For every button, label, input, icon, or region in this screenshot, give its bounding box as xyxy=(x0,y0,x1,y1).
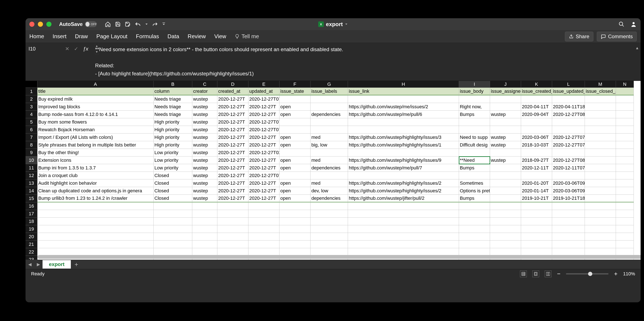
column-header-F[interactable]: F xyxy=(280,81,310,88)
cell[interactable]: Buy mom some flowers xyxy=(38,118,154,126)
cell[interactable] xyxy=(616,179,634,187)
cell[interactable] xyxy=(38,241,154,248)
sheet-nav-next[interactable]: ▶ xyxy=(34,262,42,267)
cell[interactable] xyxy=(192,233,217,241)
cell[interactable] xyxy=(585,241,616,248)
cell[interactable] xyxy=(490,233,521,241)
cell[interactable]: column xyxy=(154,88,192,95)
cell[interactable]: wustep xyxy=(192,111,217,118)
cell[interactable]: created_at xyxy=(217,88,248,95)
cell[interactable] xyxy=(348,149,459,157)
cell[interactable] xyxy=(248,241,280,248)
cell[interactable] xyxy=(348,241,459,248)
row-header-8[interactable]: 8 xyxy=(26,141,38,149)
cell[interactable] xyxy=(280,172,310,179)
cell[interactable]: 2019-10-21T xyxy=(521,195,552,202)
cell[interactable] xyxy=(585,157,616,164)
cell[interactable]: 2020-01-20T xyxy=(521,179,552,187)
cell[interactable] xyxy=(521,218,552,225)
cell[interactable] xyxy=(280,233,310,241)
cell[interactable] xyxy=(585,118,616,126)
cell[interactable] xyxy=(616,202,634,210)
cell[interactable]: 2020-03-06T09:33:28Z xyxy=(552,187,585,195)
cell[interactable]: https://github.com/wustep/highlighty/iss… xyxy=(348,179,459,187)
cell[interactable] xyxy=(310,202,348,210)
column-headers[interactable]: ABCDEFGHIJKLMN xyxy=(38,81,634,88)
cell[interactable]: wustep xyxy=(490,157,521,164)
cancel-formula-icon[interactable]: ✕ xyxy=(65,46,69,52)
cell[interactable]: wustep xyxy=(192,179,217,187)
cell[interactable]: open xyxy=(280,141,310,149)
cell[interactable]: Closed xyxy=(154,195,192,202)
cell[interactable] xyxy=(616,241,634,248)
cell[interactable]: 2020-12-27T xyxy=(217,172,248,179)
cell[interactable]: Join a croquet club xyxy=(38,172,154,179)
cell[interactable]: wustep xyxy=(192,187,217,195)
cell[interactable] xyxy=(490,195,521,202)
cell[interactable] xyxy=(459,202,490,210)
cell[interactable] xyxy=(280,202,310,210)
tab-insert[interactable]: Insert xyxy=(52,33,66,40)
select-all-corner[interactable] xyxy=(26,81,38,88)
column-header-G[interactable]: G xyxy=(310,81,348,88)
cell[interactable]: 2020-12-27T08:09:45Z xyxy=(552,157,585,164)
cell[interactable] xyxy=(459,218,490,225)
customize-qat-icon[interactable] xyxy=(162,22,165,26)
cell[interactable]: wustep xyxy=(192,157,217,164)
column-header-M[interactable]: M xyxy=(585,81,616,88)
tab-formulas[interactable]: Formulas xyxy=(136,33,159,40)
column-header-L[interactable]: L xyxy=(552,81,585,88)
zoom-slider[interactable] xyxy=(566,273,608,275)
cell[interactable] xyxy=(521,118,552,126)
tab-data[interactable]: Data xyxy=(168,33,179,40)
cell[interactable]: med xyxy=(310,157,348,164)
cell[interactable] xyxy=(348,118,459,126)
row-header-20[interactable]: 20 xyxy=(26,233,38,241)
cell[interactable] xyxy=(192,210,217,218)
cell[interactable] xyxy=(490,164,521,172)
cell[interactable]: Import / Export (All Lists with colors) xyxy=(38,134,154,141)
add-sheet-button[interactable]: ＋ xyxy=(72,260,80,268)
comments-button[interactable]: Comments xyxy=(597,32,637,41)
cell[interactable] xyxy=(217,241,248,248)
row-header-2[interactable]: 2 xyxy=(26,95,38,103)
cell[interactable] xyxy=(616,134,634,141)
cell[interactable] xyxy=(217,202,248,210)
cell[interactable]: https://github.com/wustep/highlighty/iss… xyxy=(348,141,459,149)
cell[interactable] xyxy=(38,218,154,225)
cell[interactable] xyxy=(248,210,280,218)
cell[interactable]: 2020-12-27T07:08:46Z xyxy=(248,126,280,134)
cell[interactable] xyxy=(154,241,192,248)
cell[interactable]: https://github.com/wustep/highlighty/iss… xyxy=(348,157,459,164)
cell[interactable]: 2020-12-11T xyxy=(521,164,552,172)
cell[interactable] xyxy=(280,149,310,157)
cell[interactable]: Need to supp xyxy=(459,134,490,141)
cell[interactable] xyxy=(490,248,521,256)
cell[interactable] xyxy=(616,103,634,111)
cell[interactable] xyxy=(154,218,192,225)
cell[interactable] xyxy=(490,225,521,233)
view-normal-icon[interactable] xyxy=(520,271,527,277)
cell[interactable] xyxy=(552,149,585,157)
cell[interactable]: https://github.com/wustep/me/pull/7 xyxy=(348,164,459,172)
cell[interactable]: dependencies xyxy=(310,111,348,118)
tab-home[interactable]: Home xyxy=(29,33,44,40)
cell[interactable] xyxy=(192,241,217,248)
cell[interactable] xyxy=(280,95,310,103)
cell[interactable]: open xyxy=(280,157,310,164)
cell[interactable]: dev, low xyxy=(310,187,348,195)
cell[interactable]: 2020-01-14T xyxy=(521,187,552,195)
cell[interactable]: issue_updated_at xyxy=(552,88,585,95)
cell[interactable]: med xyxy=(310,134,348,141)
cell[interactable]: Closed xyxy=(154,187,192,195)
cell[interactable] xyxy=(616,149,634,157)
save-icon[interactable] xyxy=(115,21,120,27)
cell[interactable]: https://github.com/wustep/highlighty/iss… xyxy=(348,187,459,195)
cell[interactable]: Audit highlight icon behavior xyxy=(38,179,154,187)
row-header-15[interactable]: 15 xyxy=(26,195,38,202)
cell[interactable]: creator xyxy=(192,88,217,95)
cell[interactable]: https://github.com/wustep/jifter/pull/2 xyxy=(348,195,459,202)
formula-bar-input[interactable]: **Need some extension icons in 2 colors*… xyxy=(93,43,634,81)
cell[interactable]: Sometimes xyxy=(459,179,490,187)
cell[interactable] xyxy=(280,210,310,218)
